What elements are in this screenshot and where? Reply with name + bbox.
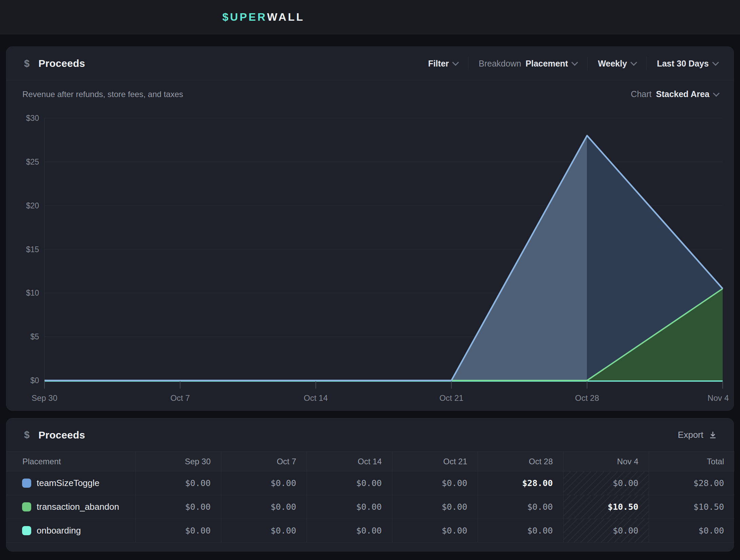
proceeds-table-card: $ Proceeds Export PlacementSep 30Oct 7Oc… <box>6 418 734 552</box>
placement-name: teamSizeToggle <box>37 478 99 488</box>
value-cell: $0.00 <box>135 471 221 495</box>
table-card-header: $ Proceeds Export <box>6 418 734 451</box>
y-axis-label: $10 <box>26 288 39 297</box>
table-card-title: Proceeds <box>38 429 85 441</box>
column-header: Sep 30 <box>135 452 221 471</box>
download-icon <box>708 431 717 440</box>
value-cell: $0.00 <box>307 495 392 519</box>
x-axis-label: Sep 30 <box>32 393 57 403</box>
stacked-area-chart[interactable]: Sep 30Oct 7Oct 14Oct 21Oct 28Nov 4$0$5$1… <box>6 47 734 411</box>
column-header: Oct 14 <box>307 452 392 471</box>
x-axis-label: Oct 21 <box>439 393 463 403</box>
value-cell: $0.00 <box>478 495 563 519</box>
x-axis-label: Oct 28 <box>575 393 599 403</box>
value-cell: $0.00 <box>221 471 307 495</box>
column-header: Oct 28 <box>478 452 563 471</box>
value-cell: $0.00 <box>563 471 649 495</box>
series-color-swatch <box>22 526 31 535</box>
placement-cell: transaction_abandon <box>6 495 135 519</box>
value-cell: $0.00 <box>307 519 392 543</box>
value-cell: $0.00 <box>221 519 307 543</box>
value-cell: $0.00 <box>307 471 392 495</box>
proceeds-chart-card: $ Proceeds Filter Breakdown Placement We… <box>6 46 734 411</box>
x-axis-label: Oct 7 <box>170 393 190 403</box>
placement-cell: onboarding <box>6 519 135 543</box>
value-cell: $0.00 <box>135 495 221 519</box>
y-axis-label: $5 <box>30 332 39 341</box>
placement-name: transaction_abandon <box>37 502 119 512</box>
y-axis-label: $30 <box>26 114 39 123</box>
y-axis-label: $25 <box>26 157 39 166</box>
column-header: Total <box>649 452 734 471</box>
placement-name: onboarding <box>37 525 81 536</box>
column-header: Nov 4 <box>563 452 649 471</box>
table-row[interactable]: onboarding$0.00$0.00$0.00$0.00$0.00$0.00… <box>6 519 734 543</box>
column-header: Oct 21 <box>392 452 478 471</box>
value-cell: $0.00 <box>221 495 307 519</box>
value-cell: $0.00 <box>392 495 478 519</box>
y-axis-label: $0 <box>30 376 39 385</box>
value-cell: $0.00 <box>478 519 563 543</box>
x-axis-label: Oct 14 <box>304 393 328 403</box>
superwall-logo[interactable]: $UPERWALL <box>222 0 304 34</box>
export-label: Export <box>678 430 703 440</box>
column-header: Placement <box>6 452 135 471</box>
value-cell: $28.00 <box>649 471 734 495</box>
table-card-title-group: $ Proceeds <box>24 429 85 441</box>
value-cell: $10.50 <box>649 495 734 519</box>
value-cell: $0.00 <box>649 519 734 543</box>
value-cell: $28.00 <box>478 471 563 495</box>
logo-text-secondary: WALL <box>267 11 305 23</box>
column-header: Oct 7 <box>221 452 307 471</box>
export-button[interactable]: Export <box>676 429 719 441</box>
topbar: $UPERWALL <box>0 0 740 34</box>
y-axis-label: $20 <box>26 201 39 210</box>
proceeds-table: PlacementSep 30Oct 7Oct 14Oct 21Oct 28No… <box>6 451 734 543</box>
value-cell: $0.00 <box>563 519 649 543</box>
table-header-row: PlacementSep 30Oct 7Oct 14Oct 21Oct 28No… <box>6 452 734 471</box>
table-row[interactable]: teamSizeToggle$0.00$0.00$0.00$0.00$28.00… <box>6 471 734 495</box>
series-color-swatch <box>22 502 31 511</box>
value-cell: $0.00 <box>135 519 221 543</box>
dollar-icon: $ <box>24 429 30 441</box>
x-axis-label: Nov 4 <box>707 393 729 403</box>
series-area-teamsizetoggle <box>44 136 587 380</box>
placement-cell: teamSizeToggle <box>6 471 135 495</box>
value-cell: $0.00 <box>392 471 478 495</box>
value-cell: $0.00 <box>392 519 478 543</box>
value-cell: $10.50 <box>563 495 649 519</box>
table-row[interactable]: transaction_abandon$0.00$0.00$0.00$0.00$… <box>6 495 734 519</box>
logo-text-primary: $UPER <box>222 11 267 23</box>
y-axis-label: $15 <box>26 245 39 254</box>
series-color-swatch <box>22 479 31 488</box>
